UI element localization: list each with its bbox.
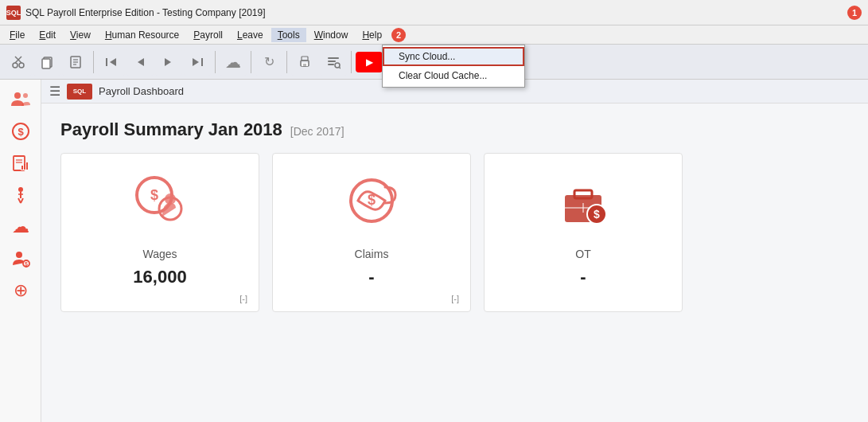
copy-icon [40,55,54,69]
svg-rect-52 [574,190,592,198]
svg-rect-23 [328,64,334,65]
claims-card: $ Claims - [-] [272,153,471,312]
claims-link[interactable]: [-] [451,294,459,303]
svg-line-25 [340,67,341,68]
menu-leave[interactable]: Leave [231,28,270,42]
cards-row: $ Wages 16,000 [-] $ [60,153,849,312]
first-button[interactable] [98,49,125,76]
tools-dropdown: Sync Cloud... Clear Cloud Cache... [382,45,525,88]
separator-1 [93,51,94,73]
sidebar-item-users[interactable] [5,84,37,115]
svg-rect-34 [26,162,28,170]
copy-button[interactable] [33,49,60,76]
separator-5 [351,51,352,73]
svg-point-1 [19,63,24,68]
menu-file[interactable]: File [3,28,31,42]
cut-button[interactable] [5,49,32,76]
hamburger-menu-icon[interactable]: ☰ [49,84,60,99]
youtube-button[interactable]: ▶ [356,52,383,72]
svg-point-24 [335,63,340,68]
app-icon: SQL [6,6,21,20]
separator-4 [286,51,287,73]
menu-window[interactable]: Window [308,28,355,42]
menu-payroll[interactable]: Payroll [187,28,229,42]
svg-marker-11 [110,58,116,66]
next-icon [162,55,176,69]
ot-label: OT [575,248,590,260]
svg-text:$: $ [594,208,600,221]
ot-value: - [580,267,586,287]
svg-marker-15 [193,58,199,66]
sync-cloud-item[interactable]: Sync Cloud... [383,47,524,66]
claims-label: Claims [355,248,389,260]
svg-rect-21 [328,57,339,59]
sidebar-item-payroll[interactable]: $ [5,116,37,147]
svg-text:$: $ [368,192,376,208]
prev-button[interactable] [127,49,154,76]
window-title: SQL Payroll Enterprise Edition - Testing… [25,7,839,18]
print-button[interactable] [291,49,318,76]
svg-line-41 [21,198,23,203]
sidebar-item-leave[interactable] [5,180,37,210]
search-list-icon [326,55,341,69]
claims-icon: $ [344,173,399,238]
svg-point-48 [165,193,176,205]
badge-2: 2 [391,28,406,42]
separator-3 [251,51,251,73]
sidebar-item-reports[interactable] [5,148,37,178]
claims-value: - [368,267,374,287]
menu-bar: File Edit View Human Resource Payroll Le… [0,25,868,45]
separator-2 [215,51,216,73]
svg-text:$: $ [150,187,158,203]
svg-point-42 [16,252,22,258]
person-dollar-icon: $ [11,249,30,268]
svg-rect-33 [24,164,25,170]
svg-point-0 [13,63,18,68]
sidebar: $ ☁ $ ⊕ [0,80,41,422]
scissors-icon [11,55,25,69]
sidebar-item-person[interactable]: $ [5,244,37,274]
users-icon [10,90,32,109]
wages-icon: $ [132,173,188,238]
svg-text:$: $ [25,261,28,268]
clear-cloud-cache-item[interactable]: Clear Cloud Cache... [383,66,524,85]
svg-point-26 [14,92,21,99]
sidebar-item-more[interactable]: ⊕ [5,275,37,306]
menu-tools[interactable]: Tools [271,28,306,42]
search-list-button[interactable] [320,49,347,76]
title-bar: SQL SQL Payroll Enterprise Edition - Tes… [0,0,868,25]
dashboard-subtitle: [Dec 2017] [290,125,344,138]
cloud-button[interactable]: ☁ [220,49,247,76]
reports-icon [11,154,30,173]
document-button[interactable] [62,49,89,76]
ot-icon: $ [555,173,611,238]
menu-hr[interactable]: Human Resource [99,28,185,42]
next-button[interactable] [155,49,182,76]
youtube-icon: ▶ [366,57,373,68]
svg-point-27 [23,93,28,98]
refresh-button[interactable]: ↻ [255,49,282,76]
wages-link[interactable]: [-] [239,294,247,303]
svg-point-37 [18,187,23,192]
sidebar-item-cloud[interactable]: ☁ [5,212,37,242]
last-icon [190,55,204,69]
menu-help[interactable]: Help [356,28,388,42]
svg-rect-32 [21,166,23,170]
brand-logo: SQL [67,84,92,100]
page-title: Payroll Dashboard [99,85,184,97]
first-icon [104,55,119,69]
svg-marker-12 [138,58,144,66]
svg-text:$: $ [18,126,24,138]
document-icon [68,55,83,69]
print-icon [298,55,312,69]
menu-view[interactable]: View [64,28,97,42]
dollar-circle-icon: $ [11,122,30,141]
dashboard-title: Payroll Summary Jan 2018 [Dec 2017] [60,119,849,140]
last-button[interactable] [184,49,211,76]
menu-edit[interactable]: Edit [33,28,62,42]
badge-1: 1 [847,6,862,20]
svg-marker-13 [165,58,171,66]
prev-icon [133,55,147,69]
content-area: ☰ SQL Payroll Dashboard Payroll Summary … [41,80,868,422]
svg-rect-5 [42,59,50,68]
